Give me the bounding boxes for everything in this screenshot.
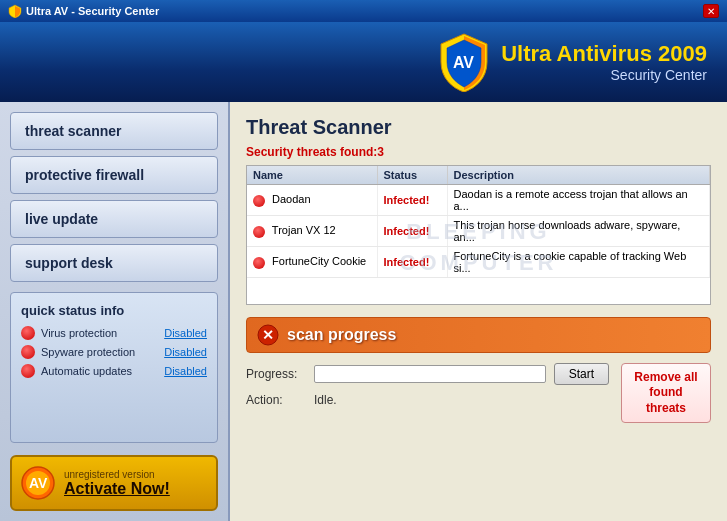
sidebar-item-live-update[interactable]: live update [10, 200, 218, 238]
page-title: Threat Scanner [246, 116, 711, 139]
status-link-virus[interactable]: Disabled [164, 327, 207, 339]
col-status: Status [377, 166, 447, 185]
sidebar-item-support-desk[interactable]: support desk [10, 244, 218, 282]
threat-table-wrapper: Name Status Description Daodan Infected!… [246, 165, 711, 305]
main-layout: threat scanner protective firewall live … [0, 102, 727, 521]
app-icon [8, 4, 22, 18]
progress-label: Progress: [246, 367, 306, 381]
table-header-row: Name Status Description [247, 166, 710, 185]
action-row: Action: Idle. [246, 393, 609, 407]
remove-threats-button[interactable]: Remove allfound threats [621, 363, 711, 423]
status-dot-virus [21, 326, 35, 340]
status-item-updates: Automatic updates Disabled [21, 364, 207, 378]
threat-desc-0: Daodan is a remote access trojan that al… [447, 185, 710, 216]
scan-controls: Progress: Start Action: Idle. Remove all… [246, 363, 711, 423]
close-button[interactable]: ✕ [703, 4, 719, 18]
unregistered-label: unregistered version [64, 469, 170, 480]
threat-name-1: Trojan VX 12 [247, 216, 377, 247]
activate-now-link[interactable]: Activate Now! [64, 480, 170, 498]
activate-banner[interactable]: AV unregistered version Activate Now! [10, 455, 218, 511]
sidebar-item-protective-firewall[interactable]: protective firewall [10, 156, 218, 194]
status-item-virus: Virus protection Disabled [21, 326, 207, 340]
activate-icon: AV [20, 465, 56, 501]
status-label-spyware: Spyware protection [41, 346, 158, 358]
content-area: Threat Scanner Security threats found:3 … [230, 102, 727, 521]
header-shield-icon: AV [439, 32, 489, 92]
threat-status-0: Infected! [377, 185, 447, 216]
sidebar-item-threat-scanner[interactable]: threat scanner [10, 112, 218, 150]
threat-count-prefix: Security threats found: [246, 145, 377, 159]
threat-table: Name Status Description Daodan Infected!… [247, 166, 710, 278]
title-bar: Ultra AV - Security Center ✕ [0, 0, 727, 22]
threat-dot-2 [253, 257, 265, 269]
action-value: Idle. [314, 393, 337, 407]
svg-text:AV: AV [29, 475, 48, 491]
title-bar-title: Ultra AV - Security Center [26, 5, 159, 17]
remove-threats-label: Remove allfound threats [634, 370, 698, 417]
quick-status-title: quick status info [21, 303, 207, 318]
svg-text:AV: AV [453, 54, 474, 71]
threat-dot-0 [253, 195, 265, 207]
threat-status-2: Infected! [377, 247, 447, 278]
threat-desc-1: This trojan horse downloads adware, spyw… [447, 216, 710, 247]
status-dot-spyware [21, 345, 35, 359]
title-bar-left: Ultra AV - Security Center [8, 4, 159, 18]
threat-count: Security threats found:3 [246, 145, 711, 159]
status-link-spyware[interactable]: Disabled [164, 346, 207, 358]
scan-progress-section: ✕ scan progress [246, 317, 711, 353]
threat-desc-2: FortuneCity is a cookie capable of track… [447, 247, 710, 278]
table-row[interactable]: Trojan VX 12 Infected! This trojan horse… [247, 216, 710, 247]
threat-name-0: Daodan [247, 185, 377, 216]
status-label-updates: Automatic updates [41, 365, 158, 377]
app-subtitle: Security Center [501, 67, 707, 83]
progress-bar [314, 365, 546, 383]
action-label: Action: [246, 393, 306, 407]
svg-text:✕: ✕ [262, 327, 274, 343]
threat-name-2: FortuneCity Cookie [247, 247, 377, 278]
header-text: Ultra Antivirus 2009 Security Center [501, 41, 707, 83]
threat-count-number: 3 [377, 145, 384, 159]
col-description: Description [447, 166, 710, 185]
table-row[interactable]: Daodan Infected! Daodan is a remote acce… [247, 185, 710, 216]
status-label-virus: Virus protection [41, 327, 158, 339]
scan-progress-label: scan progress [287, 326, 396, 344]
app-header: AV Ultra Antivirus 2009 Security Center [0, 22, 727, 102]
threat-status-1: Infected! [377, 216, 447, 247]
progress-row: Progress: Start [246, 363, 609, 385]
sidebar: threat scanner protective firewall live … [0, 102, 230, 521]
col-name: Name [247, 166, 377, 185]
start-button[interactable]: Start [554, 363, 609, 385]
status-item-spyware: Spyware protection Disabled [21, 345, 207, 359]
status-link-updates[interactable]: Disabled [164, 365, 207, 377]
scan-x-icon: ✕ [257, 324, 279, 346]
quick-status-panel: quick status info Virus protection Disab… [10, 292, 218, 443]
activate-text: unregistered version Activate Now! [64, 469, 170, 498]
table-row[interactable]: FortuneCity Cookie Infected! FortuneCity… [247, 247, 710, 278]
scan-left: Progress: Start Action: Idle. [246, 363, 609, 423]
status-dot-updates [21, 364, 35, 378]
app-name: Ultra Antivirus 2009 [501, 41, 707, 67]
threat-dot-1 [253, 226, 265, 238]
